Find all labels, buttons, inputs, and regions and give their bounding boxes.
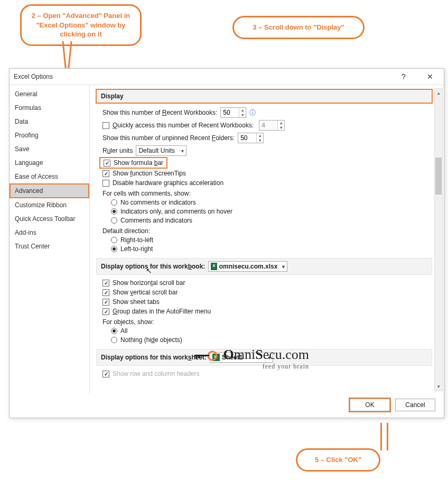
titlebar: Excel Options ? ✕	[10, 69, 444, 85]
radio-rtl[interactable]: Right-to-left	[111, 236, 432, 244]
show-screentips-label: Show function ScreenTips	[113, 170, 186, 177]
show-formula-bar-checkbox[interactable]: Show formula bar	[104, 159, 163, 167]
spin-down[interactable]: ▼	[239, 113, 246, 117]
show-formula-bar-label: Show formula bar	[114, 159, 163, 167]
vertical-scrollbar[interactable]: ▴ ▾	[434, 88, 443, 391]
info-icon[interactable]: ⓘ	[249, 108, 256, 117]
show-screentips-checkbox[interactable]: Show function ScreenTips	[102, 170, 432, 177]
watermark-tagline: feed your brain	[194, 363, 309, 371]
sidebar-item-advanced[interactable]: Advanced	[10, 183, 89, 198]
svg-rect-3	[199, 355, 200, 358]
recent-workbooks-label: Show this number of Recent Workbooks:	[102, 109, 217, 116]
options-sidebar: General Formulas Data Proofing Save Lang…	[10, 85, 90, 394]
spin-down[interactable]: ▼	[257, 138, 263, 143]
spin-up[interactable]: ▲	[257, 133, 263, 138]
sidebar-item-language[interactable]: Language	[10, 156, 89, 170]
recent-folders-input[interactable]	[238, 133, 256, 143]
ruler-units-label: Ruler units	[102, 147, 133, 154]
section-display-header: Display	[96, 89, 432, 103]
sidebar-item-ease-of-access[interactable]: Ease of Access	[10, 170, 89, 183]
sidebar-item-proofing[interactable]: Proofing	[10, 128, 89, 142]
comments-label: For cells with comments, show:	[102, 190, 432, 197]
direction-label: Default direction:	[102, 227, 432, 235]
section-workbook-label: Display options for this workbook:	[101, 263, 205, 270]
scroll-up-arrow[interactable]: ▴	[435, 89, 442, 97]
section-workbook-header: Display options for this workbook: omnis…	[96, 258, 432, 275]
radio-no-comments[interactable]: No comments or indicators	[111, 199, 432, 206]
disable-hw-checkbox[interactable]: Disable hardware graphics acceleration	[102, 179, 432, 187]
radio-objects-nothing[interactable]: Nothing (hide objects)	[111, 336, 432, 344]
scroll-thumb[interactable]	[435, 158, 442, 195]
row-col-headers-checkbox[interactable]: Show row and column headers	[102, 370, 432, 377]
sidebar-item-trust-center[interactable]: Trust Center	[10, 239, 89, 253]
svg-rect-2	[195, 355, 197, 359]
recent-workbooks-spinner[interactable]: ▲▼	[220, 107, 246, 118]
radio-objects-all[interactable]: All	[111, 327, 432, 335]
dialog-title: Excel Options	[14, 69, 53, 85]
callout-step-3: 3 – Scroll down to "Display"	[232, 16, 365, 39]
sidebar-item-data[interactable]: Data	[10, 115, 89, 128]
radio-ltr[interactable]: Left-to-right	[111, 245, 432, 253]
section-worksheet-label: Display options for this worksheet:	[101, 354, 207, 361]
objects-label: For objects, show:	[102, 318, 432, 326]
recent-folders-spinner[interactable]: ▲▼	[238, 133, 264, 143]
sidebar-item-quick-access-toolbar[interactable]: Quick Access Toolbar	[10, 212, 89, 226]
svg-point-0	[208, 352, 217, 360]
quick-access-checkbox[interactable]: Quickly access this number of Recent Wor…	[102, 120, 432, 131]
excel-file-icon	[211, 263, 217, 270]
help-button[interactable]: ?	[393, 70, 414, 84]
callout-pointer	[387, 423, 388, 450]
h-scroll-checkbox[interactable]: Show horizontal scroll bar	[102, 279, 432, 287]
v-scroll-checkbox[interactable]: Show vertical scroll bar	[102, 289, 432, 296]
workbook-dropdown[interactable]: omnisecu.com.xlsx	[208, 261, 287, 272]
quick-access-label: Quickly access this number of Recent Wor…	[113, 122, 254, 129]
group-dates-checkbox[interactable]: Group dates in the AutoFilter menu	[102, 308, 432, 315]
sidebar-item-formulas[interactable]: Formulas	[10, 101, 89, 115]
section-display-label: Display	[101, 93, 124, 100]
ruler-units-dropdown[interactable]: Default Units	[136, 145, 186, 156]
callout-step-2: 2 – Open "Advanced" Panel in "Excel Opti…	[20, 4, 142, 46]
spin-up[interactable]: ▲	[239, 108, 246, 113]
recent-folders-label: Show this number of unpinned Recent Fold…	[102, 134, 235, 142]
watermark-logo: OmniSecu.com feed your brain	[194, 347, 309, 371]
sidebar-item-general[interactable]: General	[10, 87, 89, 101]
quick-access-spinner: ▲▼	[259, 120, 285, 131]
disable-hw-label: Disable hardware graphics acceleration	[113, 179, 223, 187]
callout-step-5: 5 – Click "OK"	[296, 448, 380, 472]
recent-workbooks-input[interactable]	[221, 108, 239, 117]
quick-access-input	[259, 121, 277, 130]
sheet-tabs-checkbox[interactable]: Show sheet tabs	[102, 298, 432, 306]
key-icon	[194, 350, 218, 361]
radio-indicators-only[interactable]: Indicators only, and comments on hover	[111, 208, 432, 215]
sidebar-item-add-ins[interactable]: Add-ins	[10, 226, 89, 239]
ok-button[interactable]: OK	[350, 399, 390, 411]
show-formula-bar-row-highlight: Show formula bar	[100, 158, 166, 168]
scroll-down-arrow[interactable]: ▾	[435, 382, 442, 391]
callout-pointer	[380, 423, 382, 450]
cancel-button[interactable]: Cancel	[395, 399, 435, 411]
close-button[interactable]: ✕	[419, 70, 441, 84]
radio-comments-and-indicators[interactable]: Comments and indicators	[111, 217, 432, 224]
sidebar-item-save[interactable]: Save	[10, 142, 89, 156]
sidebar-item-customize-ribbon[interactable]: Customize Ribbon	[10, 198, 89, 212]
